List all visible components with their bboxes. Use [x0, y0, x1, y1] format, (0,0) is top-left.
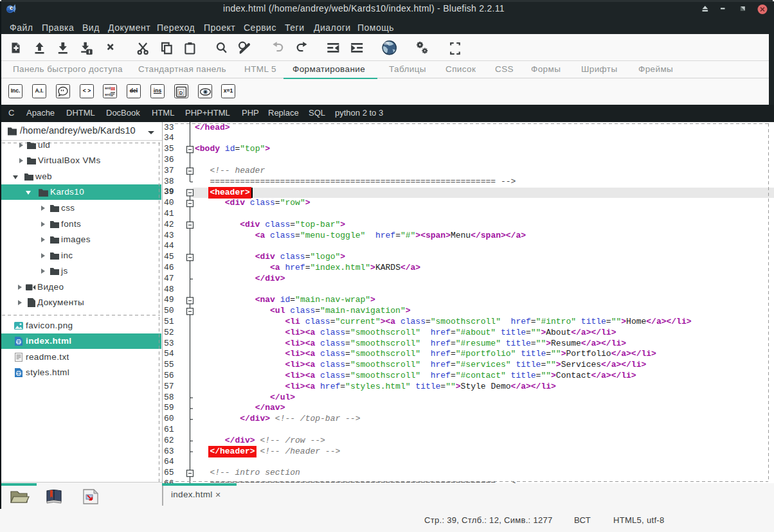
svg-text:wrd: wrd [104, 93, 111, 96]
svg-text:D: D [179, 90, 183, 96]
svg-text:wrd: wrd [104, 86, 111, 90]
